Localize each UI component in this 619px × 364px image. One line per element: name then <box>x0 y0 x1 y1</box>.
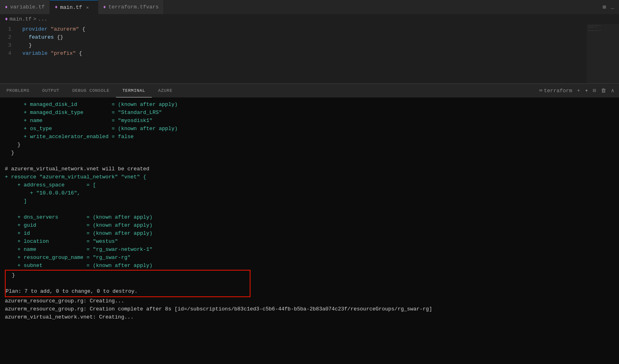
split-editor-button[interactable]: ⊞ <box>601 3 607 11</box>
line-num-1: 1 <box>5 25 11 33</box>
term-line-3: + name = "myosdisk1" <box>5 117 614 125</box>
tab-label-active: main.tf <box>60 4 82 10</box>
panel-actions: ⌨ terraform + ▾ ⊟ 🗑 ∧ <box>534 84 619 97</box>
breadcrumb-context: ... <box>38 16 47 22</box>
term-line-23: azurerm_virtual_network.vnet: Creating..… <box>5 313 614 321</box>
term-line-15: + id = (known after apply) <box>5 230 614 238</box>
minimap: provider azurerm { features {} } variabl… <box>587 24 619 83</box>
term-line-9: + resource "azurerm_virtual_network" "vn… <box>5 173 614 181</box>
terminal-dropdown-button[interactable]: ▾ <box>584 87 590 95</box>
term-line-13: + dns_servers = (known after apply) <box>5 213 614 221</box>
breadcrumb-file-icon: ♦ <box>5 16 8 22</box>
tab-debug-console[interactable]: DEBUG CONSOLE <box>66 84 116 97</box>
editor-actions: ⊞ … <box>598 0 619 14</box>
line-num-3: 3 <box>5 41 11 50</box>
term-line-17: + name = "rg_swar-network-1" <box>5 246 614 254</box>
term-line-11: + "10.0.0.0/16", <box>5 189 614 197</box>
terminal-icon: ⌨ <box>539 87 542 94</box>
terraform-icon-tfvars: ♦ <box>103 4 106 10</box>
term-line-empty-3 <box>6 279 250 287</box>
term-line-1: + managed_disk_id = (known after apply) <box>5 101 614 109</box>
term-line-12: ] <box>5 197 614 205</box>
code-content[interactable]: provider "azurerm" { features {} } varia… <box>16 24 619 83</box>
breadcrumb-filename: main.tf <box>10 16 32 22</box>
breadcrumb: ♦ main.tf > ... <box>0 14 619 24</box>
term-line-10: + address_space = [ <box>5 181 614 189</box>
tab-output-label: OUTPUT <box>42 88 60 93</box>
panel-area: PROBLEMS OUTPUT DEBUG CONSOLE TERMINAL A… <box>0 83 619 364</box>
term-line-empty-2 <box>5 205 614 213</box>
term-line-5: + write_accelerator_enabled = false <box>5 133 614 141</box>
term-line-20: } <box>6 271 250 279</box>
code-line-1: provider "azurerm" { <box>16 25 619 33</box>
term-plan-line: Plan: 7 to add, 0 to change, 0 to destro… <box>6 287 250 296</box>
terminal-name: terraform <box>544 88 572 94</box>
term-line-6: } <box>5 141 614 149</box>
tab-bar: ♦ variable.tf ♦ main.tf ✕ ♦ terraform.tf… <box>0 0 619 14</box>
more-actions-button[interactable]: … <box>609 3 616 11</box>
terminal-content[interactable]: + managed_disk_id = (known after apply) … <box>0 97 619 364</box>
tab-problems[interactable]: PROBLEMS <box>0 84 36 97</box>
panel-tab-bar: PROBLEMS OUTPUT DEBUG CONSOLE TERMINAL A… <box>0 83 619 97</box>
term-line-21: azurerm_resource_group.rg: Creating... <box>5 297 614 305</box>
line-num-4: 4 <box>5 50 11 58</box>
tab-label: variable.tf <box>10 4 45 10</box>
code-line-4: variable "prefix" { <box>16 50 619 58</box>
line-num-2: 2 <box>5 33 11 41</box>
terraform-icon: ♦ <box>5 4 8 10</box>
code-line-3: } <box>16 41 619 50</box>
term-line-19: + subnet = (known after apply) <box>5 262 614 270</box>
tab-variable-tf[interactable]: ♦ variable.tf <box>0 0 50 14</box>
tab-terraform-tfvars[interactable]: ♦ terraform.tfvars <box>98 0 164 14</box>
tab-problems-label: PROBLEMS <box>6 88 29 93</box>
tab-main-tf[interactable]: ♦ main.tf ✕ <box>50 0 98 14</box>
term-line-empty-1 <box>5 157 614 165</box>
tab-label-tfvars: terraform.tfvars <box>108 4 159 10</box>
tab-output[interactable]: OUTPUT <box>36 84 66 97</box>
term-line-4: + os_type = (known after apply) <box>5 125 614 133</box>
tab-azure[interactable]: AZURE <box>152 84 179 97</box>
split-terminal-button[interactable]: ⊟ <box>591 87 598 95</box>
close-tab-button[interactable]: ✕ <box>86 5 89 10</box>
term-line-16: + location = "westus" <box>5 238 614 246</box>
maximize-panel-button[interactable]: ∧ <box>609 87 616 95</box>
tab-terminal-label: TERMINAL <box>122 88 145 93</box>
term-line-18: + resource_group_name = "rg_swar-rg" <box>5 254 614 262</box>
term-line-14: + guid = (known after apply) <box>5 221 614 230</box>
tab-debug-label: DEBUG CONSOLE <box>72 88 109 93</box>
code-line-2: features {} <box>16 33 619 41</box>
editor-area: 1 2 3 4 provider "azurerm" { features {}… <box>0 24 619 83</box>
breadcrumb-separator: > <box>33 16 36 22</box>
highlight-box: } Plan: 7 to add, 0 to change, 0 to dest… <box>5 270 250 297</box>
line-numbers: 1 2 3 4 <box>0 24 16 83</box>
terminal-name-label: ⌨ terraform <box>538 87 574 95</box>
term-line-8: # azurerm_virtual_network.vnet will be c… <box>5 165 614 173</box>
new-terminal-button[interactable]: + <box>576 87 582 95</box>
term-line-22: azurerm_resource_group.rg: Creation comp… <box>5 305 614 313</box>
terraform-icon-active: ♦ <box>55 4 58 10</box>
tab-azure-label: AZURE <box>158 88 173 93</box>
term-line-2: + managed_disk_type = "Standard_LRS" <box>5 109 614 117</box>
tab-terminal[interactable]: TERMINAL <box>116 84 152 97</box>
term-line-7: } <box>5 149 614 157</box>
kill-terminal-button[interactable]: 🗑 <box>599 87 608 95</box>
